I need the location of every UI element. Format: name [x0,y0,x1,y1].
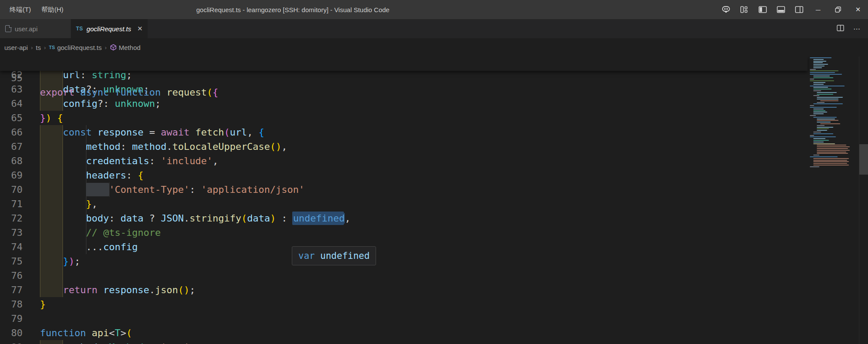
code-text: body: data ? JSON.stringify(data) : unde… [40,211,350,225]
breadcrumb-folder[interactable]: ts [36,44,41,51]
code-text: ...config [40,240,138,254]
breadcrumb-file[interactable]: TS gocliRequest.ts [49,44,102,51]
file-icon [5,25,11,32]
code-line[interactable]: 80function api<T>( [0,326,808,340]
code-text: } [40,297,46,311]
typescript-icon: TS [76,26,83,32]
code-editor[interactable]: 62 url: string;63 data?: unknown;64 conf… [0,56,868,344]
method-symbol-icon [110,44,117,51]
code-text: const response = await fetch(url, { [40,125,264,139]
line-number: 72 [0,211,23,225]
code-text: headers: { [40,168,143,182]
line-number: 80 [0,326,23,340]
sticky-scroll-line[interactable]: 55 export async function request({ [0,56,808,71]
code-line[interactable]: 70 'Content-Type': 'application/json' [0,182,808,197]
code-line[interactable]: 75 }); [0,254,808,268]
code-line[interactable]: 66 const response = await fetch(url, { [0,125,808,139]
tab-goclirequest[interactable]: TS gocliRequest.ts ✕ [71,19,148,38]
window-title: gocliRequest.ts - learngozero [SSH: domi… [196,0,389,19]
line-number: 67 [0,139,23,154]
line-number: 68 [0,154,23,168]
code-line[interactable]: 67 method: method.toLocaleUpperCase(), [0,139,808,154]
code-line[interactable]: 69 headers: { [0,168,808,182]
close-tab-icon[interactable]: ✕ [137,25,143,33]
layout-customize-icon[interactable] [735,0,753,19]
code-line[interactable]: 81 method: Method = 'get', [0,340,808,344]
code-text: }); [40,254,80,268]
code-line[interactable]: 65}) { [0,111,808,125]
code-text: // @ts-ignore [40,225,161,240]
toggle-secondary-sidebar-icon[interactable] [790,0,808,19]
breadcrumb: user-api › ts › TS gocliRequest.ts › Met… [0,38,868,56]
code-text: 'Content-Type': 'application/json' [40,182,304,197]
copilot-icon[interactable] [717,0,735,19]
code-text: export async function request({ [40,85,218,99]
line-number: 66 [0,125,23,139]
line-number: 75 [0,254,23,268]
breadcrumb-symbol-method[interactable]: Method [110,44,141,51]
code-line[interactable]: 68 credentials: 'include', [0,154,808,168]
toggle-sidebar-icon[interactable] [753,0,772,19]
line-number: 55 [0,71,23,85]
tab-user-api[interactable]: user.api [0,19,71,38]
menu-terminal[interactable]: 终端(T) [4,0,36,19]
line-number: 77 [0,283,23,297]
menu-help[interactable]: 帮助(H) [36,0,69,19]
code-text: function api<T>( [40,326,132,340]
title-bar: 终端(T) 帮助(H) gocliRequest.ts - learngozer… [0,0,868,19]
line-number: 79 [0,311,23,326]
typescript-icon: TS [49,45,55,50]
scrollbar-track[interactable] [859,56,868,344]
hover-tooltip-text: var undefined [298,249,370,263]
split-editor-icon[interactable] [835,25,845,33]
minimize-button[interactable]: ─ [808,0,828,19]
code-text: method: Method = 'get', [40,340,195,344]
code-line[interactable]: 77 return response.json(); [0,283,808,297]
minimap[interactable] [810,56,853,344]
line-number: 70 [0,182,23,197]
hover-tooltip: var undefined [292,246,376,265]
code-line[interactable]: 79 [0,311,808,326]
code-text: return response.json(); [40,283,195,297]
line-number: 71 [0,197,23,211]
line-number: 73 [0,225,23,240]
tab-bar: user.api TS gocliRequest.ts ✕ ⋯ [0,19,868,38]
code-line[interactable]: 71 }, [0,197,808,211]
line-number: 78 [0,297,23,311]
menu-bar: 终端(T) 帮助(H) [0,0,69,19]
tab-label: gocliRequest.ts [86,25,131,33]
line-number: 81 [0,340,23,344]
breadcrumb-folder[interactable]: user-api [4,44,28,51]
toggle-panel-icon[interactable] [772,0,790,19]
code-text: }) { [40,111,63,125]
scrollbar-slider[interactable] [859,144,868,175]
restore-button[interactable] [828,0,848,19]
line-number: 74 [0,240,23,254]
close-window-button[interactable]: ✕ [848,0,868,19]
code-line[interactable]: 74 ...config [0,240,808,254]
code-line[interactable]: 73 // @ts-ignore [0,225,808,240]
more-actions-icon[interactable]: ⋯ [851,25,862,33]
code-line[interactable]: 78} [0,297,808,311]
code-line[interactable]: 72 body: data ? JSON.stringify(data) : u… [0,211,808,225]
code-text: credentials: 'include', [40,154,218,168]
code-line[interactable]: 76 [0,268,808,283]
line-number: 69 [0,168,23,182]
code-text: }, [40,197,97,211]
line-number: 76 [0,268,23,283]
code-text: method: method.toLocaleUpperCase(), [40,139,287,154]
tab-label: user.api [15,25,38,33]
